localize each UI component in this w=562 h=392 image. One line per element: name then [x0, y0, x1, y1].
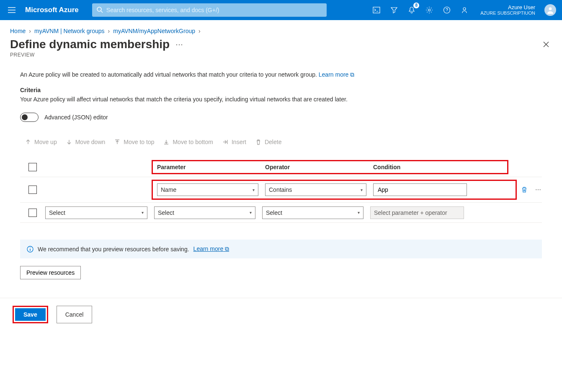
- svg-point-2: [428, 9, 431, 11]
- chevron-down-icon: ▾: [361, 188, 363, 192]
- advanced-toggle-row: Advanced (JSON) editor: [20, 113, 542, 122]
- svg-point-0: [97, 7, 101, 11]
- svg-point-5: [549, 8, 552, 10]
- delete-button[interactable]: Delete: [255, 139, 281, 145]
- table-row: Name ▾ Contains ▾ ⋯: [20, 177, 542, 203]
- parameter-select[interactable]: Select ▾: [154, 206, 255, 219]
- svg-rect-1: [373, 7, 380, 13]
- breadcrumb-home[interactable]: Home: [10, 28, 26, 34]
- header-parameter: Parameter: [157, 164, 265, 170]
- help-icon[interactable]: [441, 4, 453, 16]
- andor-select[interactable]: Select ▾: [45, 206, 147, 219]
- header-operator: Operator: [265, 164, 373, 170]
- condition-input[interactable]: [373, 183, 467, 196]
- info-banner: We recommend that you preview resources …: [20, 240, 542, 258]
- brand-label[interactable]: Microsoft Azure: [25, 6, 79, 14]
- save-button[interactable]: Save: [15, 308, 46, 321]
- learn-more-link[interactable]: Learn more ⧉: [319, 71, 354, 78]
- page-title: Define dynamic membership: [10, 38, 170, 51]
- cancel-button[interactable]: Cancel: [57, 306, 93, 323]
- info-icon: [27, 246, 34, 253]
- save-highlight: Save: [13, 306, 48, 323]
- close-icon[interactable]: [540, 39, 552, 50]
- content: An Azure policy will be created to autom…: [0, 58, 562, 288]
- info-learn-more-link[interactable]: Learn more ⧉: [193, 245, 229, 253]
- row-checkbox[interactable]: [28, 209, 37, 217]
- header-condition: Condition: [373, 164, 474, 170]
- user-name: Azure User: [508, 4, 535, 11]
- row-checkbox[interactable]: [28, 186, 37, 194]
- feedback-icon[interactable]: [459, 4, 470, 16]
- chevron-down-icon: ▾: [358, 210, 360, 215]
- settings-gear-icon[interactable]: [423, 4, 435, 16]
- notification-badge: 8: [413, 3, 419, 8]
- breadcrumb-network-groups[interactable]: myAVNM | Network groups: [34, 28, 105, 34]
- more-actions-icon[interactable]: ⋯: [175, 40, 184, 49]
- search-input[interactable]: [92, 3, 327, 17]
- chevron-down-icon: ▾: [142, 210, 144, 215]
- preview-resources-button[interactable]: Preview resources: [20, 266, 81, 279]
- user-subscription: AZURE SUBSCRIPTIUON: [480, 10, 535, 16]
- arrow-top-icon: [114, 139, 120, 145]
- topbar: Microsoft Azure 8 Azure User AZURE SUBSC…: [0, 0, 562, 20]
- select-all-checkbox[interactable]: [28, 163, 37, 171]
- user-block[interactable]: Azure User AZURE SUBSCRIPTIUON: [480, 4, 535, 16]
- cloud-shell-icon[interactable]: [371, 4, 382, 16]
- trash-icon: [255, 139, 261, 145]
- move-up-button[interactable]: Move up: [25, 139, 57, 145]
- info-text: We recommend that you preview resources …: [38, 246, 189, 253]
- advanced-toggle-label: Advanced (JSON) editor: [44, 114, 108, 121]
- avatar[interactable]: [544, 4, 556, 16]
- move-to-top-button[interactable]: Move to top: [114, 139, 154, 145]
- arrow-down-icon: [66, 139, 72, 145]
- toggle-knob: [22, 114, 28, 120]
- external-link-icon: ⧉: [350, 71, 354, 78]
- operator-select[interactable]: Contains ▾: [265, 183, 366, 196]
- more-row-icon[interactable]: ⋯: [535, 186, 542, 193]
- arrow-up-icon: [25, 139, 31, 145]
- criteria-toolbar: Move up Move down Move to top Move to bo…: [20, 139, 542, 145]
- move-to-bottom-button[interactable]: Move to bottom: [163, 139, 213, 145]
- chevron-right-icon: ›: [108, 28, 110, 34]
- chevron-down-icon: ▾: [250, 210, 252, 215]
- footer: Save Cancel: [0, 298, 562, 331]
- insert-button[interactable]: Insert: [222, 139, 246, 145]
- operator-select[interactable]: Select ▾: [262, 206, 363, 219]
- chevron-right-icon: ›: [199, 28, 201, 34]
- criteria-description: Your Azure policy will affect virtual ne…: [20, 96, 542, 103]
- condition-disabled: Select parameter + operator: [370, 206, 464, 219]
- search-wrap: [92, 3, 327, 17]
- arrow-bottom-icon: [163, 139, 169, 145]
- search-icon: [96, 6, 103, 13]
- delete-row-icon[interactable]: [521, 186, 528, 193]
- external-link-icon: ⧉: [225, 245, 229, 252]
- notifications-icon[interactable]: 8: [406, 4, 418, 16]
- chevron-down-icon: ▾: [253, 188, 255, 192]
- directory-filter-icon[interactable]: [388, 4, 400, 16]
- preview-tag: PREVIEW: [0, 51, 562, 58]
- criteria-title: Criteria: [20, 87, 542, 93]
- topbar-right: 8 Azure User AZURE SUBSCRIPTIUON: [371, 4, 559, 16]
- criteria-table: Parameter Operator Condition Name ▾: [20, 157, 542, 223]
- breadcrumb-app-group[interactable]: myAVNM/myAppNetworkGroup: [113, 28, 195, 34]
- table-row: Select ▾ Select ▾ Select ▾ Select parame…: [20, 203, 542, 223]
- svg-point-4: [463, 8, 466, 10]
- advanced-json-toggle[interactable]: [20, 113, 39, 122]
- description-text: An Azure policy will be created to autom…: [20, 71, 542, 78]
- title-row: Define dynamic membership ⋯: [0, 38, 562, 51]
- insert-icon: [222, 139, 228, 145]
- hamburger-menu-icon[interactable]: [3, 7, 20, 13]
- parameter-select[interactable]: Name ▾: [157, 183, 258, 196]
- chevron-right-icon: ›: [29, 28, 31, 34]
- description-span: An Azure policy will be created to autom…: [20, 71, 317, 78]
- move-down-button[interactable]: Move down: [66, 139, 106, 145]
- breadcrumb: Home › myAVNM | Network groups › myAVNM/…: [0, 20, 562, 38]
- table-header-row: Parameter Operator Condition: [20, 157, 542, 177]
